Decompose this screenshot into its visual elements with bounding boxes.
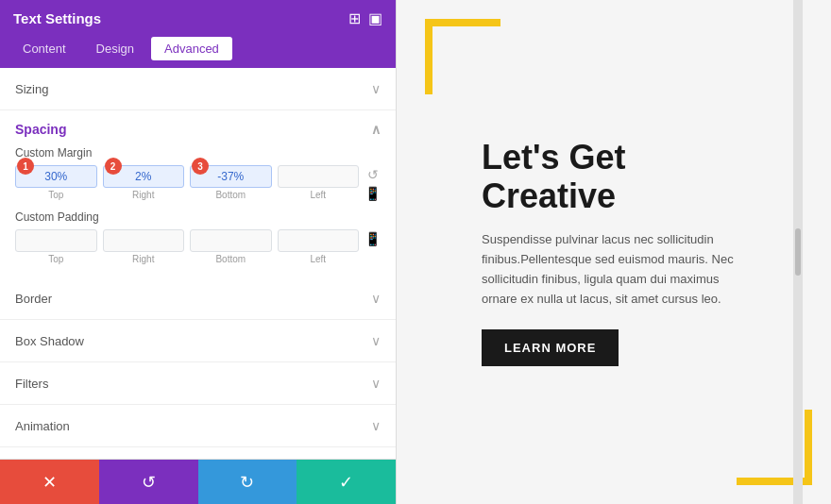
section-animation-label: Animation xyxy=(15,419,70,433)
margin-reset-icon[interactable]: ↺ xyxy=(367,167,379,182)
badge-1: 1 xyxy=(17,158,34,175)
margin-inputs: 1 30% Top 2 2% Right 3 xyxy=(15,165,381,201)
redo-icon: ↻ xyxy=(240,472,254,493)
padding-top-input[interactable] xyxy=(15,229,97,252)
padding-right-wrap: Right xyxy=(103,229,185,264)
cancel-button[interactable]: ✕ xyxy=(0,460,99,504)
panel-title: Text Settings xyxy=(13,10,101,26)
padding-left-input[interactable] xyxy=(278,229,360,252)
box-shadow-chevron-icon: ∨ xyxy=(371,333,381,348)
preview-content: Let's Get Creative Suspendisse pulvinar … xyxy=(434,119,793,386)
spacing-chevron-icon: ∧ xyxy=(371,122,381,137)
margin-left-input[interactable] xyxy=(278,165,360,188)
padding-bottom-wrap: Bottom xyxy=(190,229,272,264)
yellow-corner-top-left xyxy=(425,19,500,94)
margin-left-wrap: Left xyxy=(278,165,360,200)
section-spacing: Spacing ∧ Custom Margin 1 30% Top 2 xyxy=(0,110,396,277)
scroll-thumb xyxy=(795,228,801,276)
border-chevron-icon: ∨ xyxy=(371,291,381,306)
preview-panel: Let's Get Creative Suspendisse pulvinar … xyxy=(397,0,831,504)
margin-bottom-label: Bottom xyxy=(215,190,246,200)
section-spacing-label: Spacing xyxy=(15,122,66,137)
section-animation-header[interactable]: Animation ∨ xyxy=(0,405,396,446)
undo-icon: ↺ xyxy=(142,472,156,493)
section-animation: Animation ∨ xyxy=(0,405,396,447)
animation-chevron-icon: ∨ xyxy=(371,418,381,433)
expand-icon[interactable]: ▣ xyxy=(368,9,382,27)
settings-panel: Text Settings ⊞ ▣ Content Design Advance… xyxy=(0,0,397,504)
panel-footer: ✕ ↺ ↻ ✓ xyxy=(0,459,396,504)
custom-padding-label: Custom Padding xyxy=(15,210,381,224)
panel-tabs: Content Design Advanced xyxy=(0,37,396,68)
learn-more-button[interactable]: LEARN MORE xyxy=(482,329,619,366)
section-border-header[interactable]: Border ∨ xyxy=(0,277,396,319)
padding-top-wrap: Top xyxy=(15,229,97,264)
margin-left-label: Left xyxy=(310,190,326,200)
custom-margin-row: 1 30% Top 2 2% Right 3 xyxy=(15,165,381,201)
padding-left-label: Left xyxy=(310,254,326,264)
badge-3: 3 xyxy=(192,158,209,175)
badge-2: 2 xyxy=(105,158,122,175)
section-sizing-header[interactable]: Sizing ∨ xyxy=(0,68,396,109)
padding-right-label: Right xyxy=(132,254,154,264)
margin-top-label: Top xyxy=(48,190,63,200)
panel-divider xyxy=(793,0,803,504)
custom-padding-row: Top Right Bottom Left 📱 xyxy=(15,229,381,264)
section-border: Border ∨ xyxy=(0,277,396,320)
sizing-chevron-icon: ∨ xyxy=(371,81,381,96)
tab-advanced[interactable]: Advanced xyxy=(151,37,232,60)
redo-button[interactable]: ↻ xyxy=(198,460,297,504)
confirm-button[interactable]: ✓ xyxy=(297,460,396,504)
section-filters: Filters ∨ xyxy=(0,362,396,405)
padding-left-wrap: Left xyxy=(278,229,360,264)
panel-header: Text Settings ⊞ ▣ xyxy=(0,0,396,37)
section-border-label: Border xyxy=(15,292,52,306)
section-filters-label: Filters xyxy=(15,377,48,391)
padding-top-label: Top xyxy=(48,254,63,264)
padding-bottom-label: Bottom xyxy=(215,254,246,264)
tab-content[interactable]: Content xyxy=(9,37,79,60)
preview-description: Suspendisse pulvinar lacus nec sollicitu… xyxy=(482,230,746,309)
padding-inputs: Top Right Bottom Left 📱 xyxy=(15,229,381,264)
section-box-shadow-label: Box Shadow xyxy=(15,334,84,348)
cancel-icon: ✕ xyxy=(42,472,57,493)
confirm-icon: ✓ xyxy=(339,472,353,493)
section-spacing-header[interactable]: Spacing ∧ xyxy=(15,110,381,146)
filters-chevron-icon: ∨ xyxy=(371,376,381,391)
section-filters-header[interactable]: Filters ∨ xyxy=(0,362,396,404)
preview-title: Let's Get Creative xyxy=(482,138,746,216)
panel-header-actions: ⊞ ▣ xyxy=(348,9,382,27)
padding-bottom-input[interactable] xyxy=(190,229,272,252)
section-box-shadow: Box Shadow ∨ xyxy=(0,320,396,362)
undo-button[interactable]: ↺ xyxy=(99,460,198,504)
section-sizing-label: Sizing xyxy=(15,82,48,96)
margin-right-label: Right xyxy=(132,190,154,200)
panel-body: Sizing ∨ Spacing ∧ Custom Margin 1 30% T… xyxy=(0,68,396,459)
tab-design[interactable]: Design xyxy=(83,37,147,60)
padding-right-input[interactable] xyxy=(103,229,185,252)
margin-device-icon[interactable]: 📱 xyxy=(365,186,381,201)
section-sizing: Sizing ∨ xyxy=(0,68,396,110)
padding-device-icon[interactable]: 📱 xyxy=(365,231,381,246)
section-box-shadow-header[interactable]: Box Shadow ∨ xyxy=(0,320,396,361)
settings-icon[interactable]: ⊞ xyxy=(348,9,361,27)
